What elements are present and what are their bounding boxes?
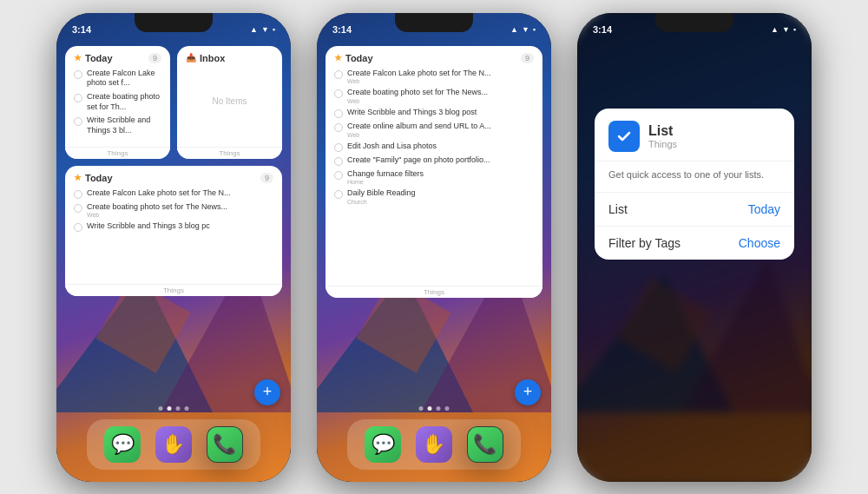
things-app-icon <box>608 121 640 152</box>
star-icon-large: ★ <box>334 53 342 63</box>
dot <box>437 406 441 411</box>
battery-icon-3: ▪ <box>793 25 796 34</box>
widget-footer-things: Things <box>65 147 170 159</box>
widget-title-today: ★ Today <box>74 53 113 63</box>
p2-item-2-tag: Web <box>347 98 488 104</box>
notch-2 <box>395 13 473 32</box>
config-row-list[interactable]: List Today <box>595 193 794 227</box>
dock-1: 💬 ✋ 📞 <box>87 419 260 470</box>
item-circle <box>334 109 343 118</box>
notch-3 <box>655 13 733 32</box>
list-item: Edit Josh and Lisa photos <box>326 140 542 154</box>
bottom-item-1: Create Falcon Lake photo set for The N..… <box>87 188 230 199</box>
wifi-icon-1: ▼ <box>261 25 269 34</box>
config-row-tags-value[interactable]: Choose <box>739 236 780 250</box>
signal-icon-1: ▲ <box>250 25 258 34</box>
today-widget-large[interactable]: ★ Today 9 Create Falcon Lake photo set f… <box>326 46 542 298</box>
widget-header-inbox: 📥 Inbox <box>177 46 282 67</box>
config-subtitle: Things <box>648 139 677 149</box>
dot <box>176 406 181 411</box>
widget-row-top: ★ Today 9 Create Falcon Lake photo set f… <box>65 46 282 159</box>
dot <box>419 406 424 411</box>
list-item: Create boating photo set for The News...… <box>326 86 542 106</box>
p2-item-4: Create online album and send URL to A... <box>347 122 491 132</box>
phone-icon-2[interactable]: 📞 <box>467 426 503 463</box>
add-button-2[interactable]: + <box>515 379 541 405</box>
dot-active <box>168 406 172 411</box>
list-item: Create Falcon Lake photo set for The N..… <box>326 67 542 87</box>
list-item: Write Scribble and Things 3 blog post <box>326 106 542 120</box>
widget-title-bottom: ★ Today <box>74 173 113 183</box>
p2-item-1: Create Falcon Lake photo set for The N..… <box>347 69 490 79</box>
phone-2-screen: 3:14 ▲ ▼ ▪ ★ Today 9 Create Falcon Lake … <box>317 13 551 482</box>
notch-1 <box>135 13 213 32</box>
config-card: List Things Get quick access to one of y… <box>595 109 794 260</box>
battery-icon-1: ▪ <box>273 25 275 34</box>
item-circle <box>334 171 343 180</box>
phone-1: 3:14 ▲ ▼ ▪ ★ Today 9 <box>56 13 291 482</box>
p2-item-6: Create "Family" page on photo portfolio.… <box>347 155 490 166</box>
item-circle <box>74 190 82 199</box>
item-circle <box>74 117 82 126</box>
item-text-3: Write Scribble and Things 3 bl... <box>87 115 161 135</box>
dot <box>159 406 163 411</box>
p2-item-7: Change furnace filters <box>347 169 424 180</box>
bottom-item-3: Write Scribble and Things 3 blog pc <box>87 221 210 232</box>
config-row-tags-label: Filter by Tags <box>608 236 681 250</box>
widgets-area-1: ★ Today 9 Create Falcon Lake photo set f… <box>65 46 282 296</box>
p2-item-5: Edit Josh and Lisa photos <box>347 142 437 152</box>
messages-icon-1[interactable]: 💬 <box>104 426 141 463</box>
config-row-list-label: List <box>608 202 628 216</box>
status-time-3: 3:14 <box>593 24 612 35</box>
item-text-2: Create boating photo set for Th... <box>87 92 161 112</box>
clips-icon-2[interactable]: ✋ <box>416 426 452 463</box>
item-circle <box>74 94 82 102</box>
status-icons-1: ▲ ▼ ▪ <box>250 25 275 34</box>
item-circle <box>334 190 343 199</box>
item-circle <box>334 143 343 152</box>
list-item: Create Falcon Lake photo set for The N..… <box>65 187 282 201</box>
list-item: Create boating photo set for Th... <box>65 90 170 114</box>
messages-icon-2[interactable]: 💬 <box>365 426 401 463</box>
dock-2: 💬 ✋ 📞 <box>347 419 521 470</box>
widget-footer-inbox: Things <box>177 147 282 159</box>
dot <box>185 406 189 411</box>
wifi-icon-2: ▼ <box>522 25 529 34</box>
item-circle <box>74 204 82 213</box>
p2-item-2: Create boating photo set for The News... <box>347 88 488 98</box>
config-description: Get quick access to one of your lists. <box>595 161 794 193</box>
widget-title-inbox: 📥 Inbox <box>186 53 225 63</box>
config-title: List <box>648 123 677 139</box>
bottom-badge: 9 <box>260 173 273 183</box>
p2-item-7-tag: Home <box>347 179 424 185</box>
config-header: List Things <box>595 109 794 161</box>
no-items-text: No Items <box>177 67 282 136</box>
list-item: Create online album and send URL to A...… <box>326 120 542 140</box>
status-time-2: 3:14 <box>332 24 352 35</box>
p2-item-4-tag: Web <box>347 132 491 138</box>
status-icons-2: ▲ ▼ ▪ <box>510 25 536 34</box>
item-text-1: Create Falcon Lake photo set f... <box>87 69 161 89</box>
today-widget-small[interactable]: ★ Today 9 Create Falcon Lake photo set f… <box>65 46 170 159</box>
today-widget-medium[interactable]: ★ Today 9 Create Falcon Lake photo set f… <box>65 166 282 296</box>
inbox-widget-small[interactable]: 📥 Inbox No Items Things <box>177 46 282 159</box>
list-item: Write Scribble and Things 3 blog pc <box>65 220 282 234</box>
today-badge: 9 <box>148 53 161 63</box>
add-button-1[interactable]: + <box>254 379 280 405</box>
signal-icon-2: ▲ <box>510 25 518 34</box>
status-icons-3: ▲ ▼ ▪ <box>771 25 796 34</box>
widget-header-today: ★ Today 9 <box>65 46 170 67</box>
clips-icon-1[interactable]: ✋ <box>155 426 192 463</box>
large-badge: 9 <box>521 53 534 63</box>
list-item: Create "Family" page on photo portfolio.… <box>326 154 542 168</box>
phone-icon-1[interactable]: 📞 <box>207 426 243 463</box>
phone-3: 3:14 ▲ ▼ ▪ List Things Get quick access … <box>577 13 812 482</box>
list-item: Daily Bible Reading Church <box>326 187 542 207</box>
signal-icon-3: ▲ <box>771 25 779 34</box>
item-circle <box>334 157 343 166</box>
list-item: Write Scribble and Things 3 bl... <box>65 114 170 137</box>
config-row-list-value[interactable]: Today <box>748 202 780 216</box>
phone-2: 3:14 ▲ ▼ ▪ ★ Today 9 Create Falcon Lake … <box>317 13 551 482</box>
config-row-tags[interactable]: Filter by Tags Choose <box>595 227 794 260</box>
list-item: Create Falcon Lake photo set f... <box>65 67 170 90</box>
